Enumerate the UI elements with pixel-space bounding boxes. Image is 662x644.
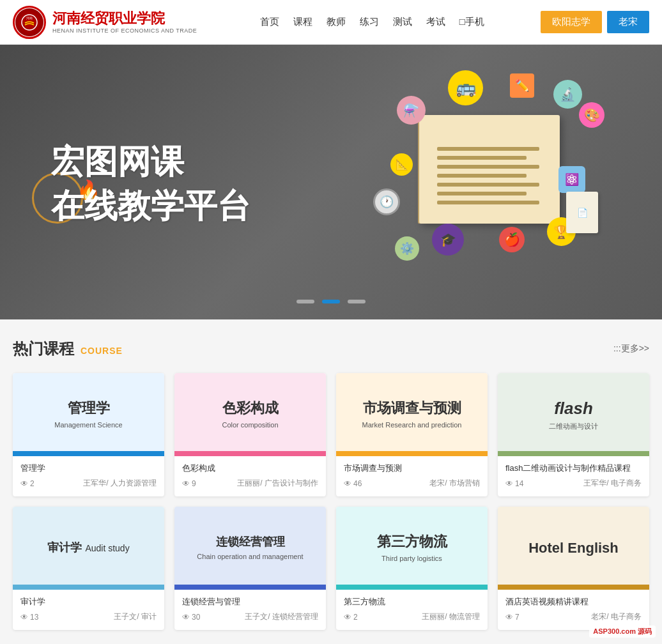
logo-text-area: 河南经贸职业学院 HENAN INSTITUTE OF ECONOMICS AN…: [52, 10, 197, 33]
logo-circle: 河南: [13, 6, 46, 39]
view-number: 9: [192, 479, 196, 488]
course-card-management[interactable]: 管理学 Management Science 管理学 👁 2 王军华/ 人力资源…: [13, 373, 164, 496]
course-color-bar: [13, 585, 164, 590]
eye-icon: 👁: [344, 479, 351, 488]
view-number: 13: [30, 613, 38, 622]
course-card-flash[interactable]: flash 二维动画与设计 flash二维动画设计与制作精品课程 👁 14 王军…: [498, 373, 649, 496]
flask-icon: ⚗️: [397, 96, 426, 125]
view-count: 👁 2: [344, 613, 358, 622]
course-grid: 管理学 Management Science 管理学 👁 2 王军华/ 人力资源…: [13, 373, 649, 630]
watermark: ASP300.com 源码: [589, 625, 656, 638]
svg-text:河南: 河南: [26, 16, 33, 20]
course-meta: 👁 2 王丽丽/ 物流管理: [344, 611, 480, 622]
course-header-logistics: 第三方物流 Third party logistics: [336, 507, 488, 590]
view-count: 👁 9: [182, 479, 196, 488]
book-line: [437, 165, 539, 169]
course-meta: 👁 9 王丽丽/ 广告设计与制作: [182, 478, 318, 489]
book-line: [437, 183, 539, 187]
course-color-bar: [336, 585, 488, 590]
apple-icon: 🍎: [499, 227, 525, 252]
user-button-blue[interactable]: 老宋: [607, 11, 649, 33]
nav-teacher[interactable]: 教师: [327, 16, 346, 28]
course-card-logistics[interactable]: 第三方物流 Third party logistics 第三方物流 👁 2 王丽…: [336, 507, 488, 630]
course-name-cn: 管理学: [68, 400, 110, 417]
palette-icon: 🎨: [579, 102, 604, 128]
view-count: 👁 14: [505, 479, 523, 488]
course-header-color: 色彩构成 Color composition: [174, 373, 326, 456]
course-header-chain: 连锁经营管理 Chain operation and management: [174, 507, 326, 590]
view-number: 7: [515, 613, 520, 622]
logo-inner: 河南: [15, 8, 43, 36]
course-card-color[interactable]: 色彩构成 Color composition 色彩构成 👁 9 王丽丽/ 广告设…: [174, 373, 326, 496]
book-body: [419, 115, 560, 224]
main-content: 热门课程 COURSE :::更多>> 管理学 Management Scien…: [0, 319, 662, 644]
nav-practice[interactable]: 练习: [360, 16, 379, 28]
course-color-bar: [174, 585, 326, 590]
course-name-cn: 色彩构成: [222, 400, 279, 417]
pencil-icon: ✏️: [510, 73, 534, 98]
nav-exam[interactable]: 考试: [426, 16, 445, 28]
course-footer: flash二维动画设计与制作精品课程 👁 14 王军华/ 电子商务: [498, 456, 649, 496]
book-line: [437, 174, 527, 178]
course-card-audit[interactable]: 审计学 Audit study 审计学 👁 13 王子文/ 审计: [13, 507, 164, 630]
view-number: 14: [515, 479, 523, 488]
course-meta: 👁 13 王子文/ 审计: [20, 611, 157, 622]
book-line: [437, 156, 527, 160]
view-count: 👁 13: [20, 613, 38, 622]
header-buttons: 欧阳志学 老宋: [541, 11, 649, 33]
nav-home[interactable]: 首页: [260, 16, 279, 28]
course-footer-title: 第三方物流: [344, 596, 480, 608]
course-meta: 👁 7 老宋/ 电子商务: [505, 611, 642, 622]
banner-dot-3[interactable]: [348, 300, 366, 303]
course-color-bar: [336, 451, 488, 456]
eye-icon: 👁: [344, 613, 351, 622]
banner-text: 宏图网课 在线教学平台: [51, 141, 250, 229]
course-color-bar: [498, 585, 649, 590]
course-instructor: 王子文/ 审计: [114, 611, 157, 622]
course-header-audit: 审计学 Audit study: [13, 507, 164, 590]
view-count: 👁 30: [182, 613, 200, 622]
course-footer: 市场调查与预测 👁 46 老宋/ 市场营销: [336, 456, 488, 496]
course-footer-title: 色彩构成: [182, 463, 318, 474]
course-instructor: 王丽丽/ 广告设计与制作: [237, 478, 318, 489]
nav-test[interactable]: 测试: [393, 16, 412, 28]
user-button-orange[interactable]: 欧阳志学: [541, 11, 602, 33]
course-name-en: 二维动画与设计: [549, 422, 598, 431]
graduation-hat-icon: 🎓: [432, 224, 464, 256]
course-card-hotel-english[interactable]: Hotel English 酒店英语视频精讲课程 👁 7 老宋/ 电子商务: [498, 507, 649, 630]
course-instructor: 王子文/ 连锁经营管理: [245, 611, 318, 622]
course-name-en: Color composition: [222, 420, 278, 429]
banner-dot-2[interactable]: [322, 300, 340, 303]
view-number: 2: [353, 613, 358, 622]
course-name-cn: Hotel English: [528, 540, 619, 556]
course-name-cn: 第三方物流: [377, 533, 447, 550]
course-name-en: Market Research and prediction: [362, 420, 462, 429]
view-count: 👁 2: [20, 479, 35, 488]
course-footer: 第三方物流 👁 2 王丽丽/ 物流管理: [336, 590, 488, 630]
logo-english: HENAN INSTITUTE OF ECONOMICS AND TRADE: [52, 27, 197, 34]
course-name-en: Management Science: [54, 420, 122, 429]
eye-icon: 👁: [505, 613, 513, 622]
hero-banner: 宏图网课 在线教学平台 🔥 🚌 ⚗️ ✏️: [0, 45, 662, 319]
course-card-market[interactable]: 市场调查与预测 Market Research and prediction 市…: [336, 373, 488, 496]
bus-icon: 🚌: [448, 70, 483, 105]
more-link[interactable]: :::更多>>: [613, 343, 649, 355]
section-title: 热门课程 COURSE: [13, 339, 123, 359]
nav-mobile[interactable]: □手机: [459, 16, 484, 28]
course-name-en: Third party logistics: [381, 554, 442, 563]
course-footer: 连锁经营与管理 👁 30 王子文/ 连锁经营管理: [174, 590, 326, 630]
course-instructor: 王军华/ 电子商务: [583, 478, 642, 489]
section-header: 热门课程 COURSE :::更多>>: [13, 339, 649, 359]
course-name-cn: flash: [554, 399, 593, 418]
course-card-chain[interactable]: 连锁经营管理 Chain operation and management 连锁…: [174, 507, 326, 630]
ruler-icon: 📐: [390, 153, 413, 176]
nav-course[interactable]: 课程: [293, 16, 312, 28]
gear-icon: ⚙️: [395, 236, 419, 261]
course-footer-title: 审计学: [20, 596, 157, 608]
header: 河南 河南经贸职业学院 HENAN INSTITUTE OF ECONOMICS…: [0, 0, 662, 45]
banner-dot-1[interactable]: [296, 300, 314, 303]
view-number: 2: [30, 479, 35, 488]
course-name-en: Chain operation and management: [197, 552, 303, 561]
view-number: 46: [353, 479, 362, 488]
course-footer-title: 市场调查与预测: [344, 463, 480, 474]
